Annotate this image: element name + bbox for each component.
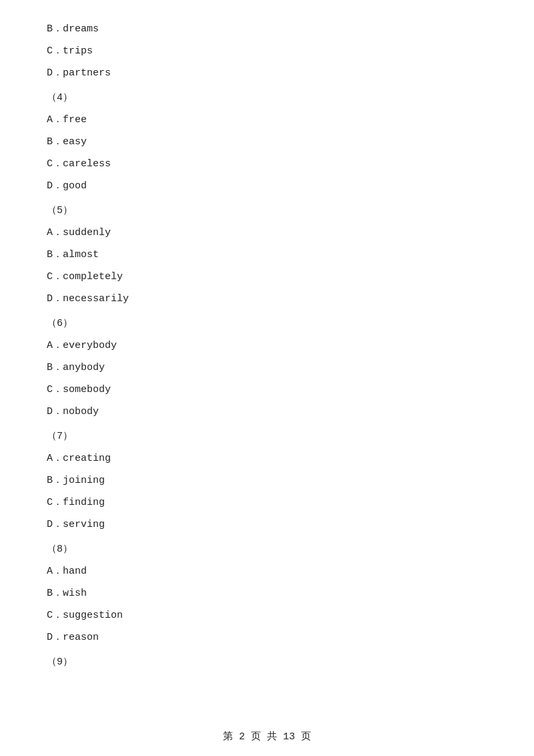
question-6-number: （6） xyxy=(47,315,487,333)
option-a-creating: A．creating xyxy=(47,449,487,467)
option-c-trips: C．trips xyxy=(47,42,487,60)
main-content: B．dreams C．trips D．partners （4） A．free B… xyxy=(0,0,534,715)
option-b-dreams: B．dreams xyxy=(47,20,487,38)
option-d-nobody: D．nobody xyxy=(47,403,487,421)
option-d-good: D．good xyxy=(47,177,487,195)
question-4-number: （4） xyxy=(47,89,487,107)
question-7-number: （7） xyxy=(47,427,487,445)
option-a-suddenly: A．suddenly xyxy=(47,224,487,242)
option-d-necessarily: D．necessarily xyxy=(47,290,487,308)
option-d-partners: D．partners xyxy=(47,64,487,82)
option-a-free: A．free xyxy=(47,111,487,129)
option-b-joining: B．joining xyxy=(47,471,487,490)
option-a-hand: A．hand xyxy=(47,562,487,580)
option-b-easy: B．easy xyxy=(47,133,487,151)
option-b-wish: B．wish xyxy=(47,584,487,602)
option-d-reason: D．reason xyxy=(47,628,487,646)
question-8-number: （8） xyxy=(47,540,487,558)
option-c-somebody: C．somebody xyxy=(47,381,487,399)
option-c-careless: C．careless xyxy=(47,155,487,173)
option-d-serving: D．serving xyxy=(47,516,487,534)
question-5-number: （5） xyxy=(47,202,487,220)
option-b-anybody: B．anybody xyxy=(47,359,487,377)
page-footer: 第 2 页 共 13 页 xyxy=(0,730,534,743)
option-c-completely: C．completely xyxy=(47,268,487,286)
option-c-suggestion: C．suggestion xyxy=(47,606,487,624)
option-b-almost: B．almost xyxy=(47,246,487,264)
option-c-finding: C．finding xyxy=(47,494,487,512)
option-a-everybody: A．everybody xyxy=(47,337,487,355)
question-9-number: （9） xyxy=(47,653,487,671)
